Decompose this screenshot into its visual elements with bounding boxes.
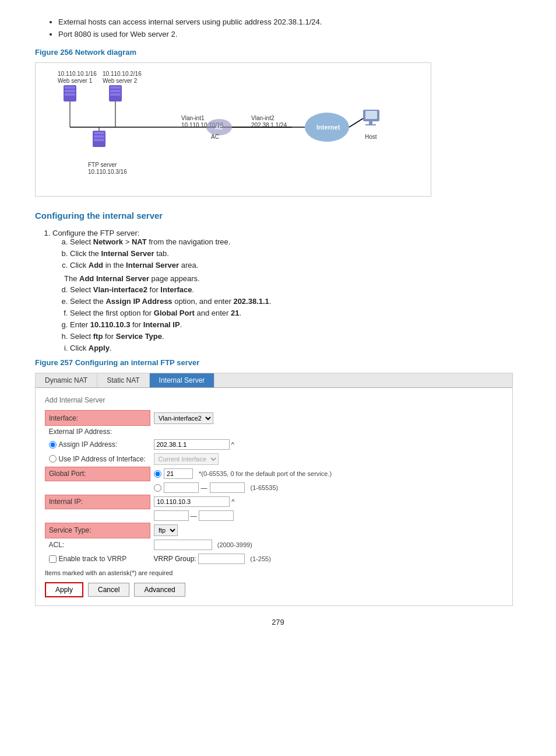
vrrp-label: Enable track to VRRP — [59, 555, 127, 563]
internal-ip-row2: — — [45, 509, 504, 523]
svg-rect-34 — [365, 111, 377, 119]
svg-rect-3 — [65, 86, 75, 89]
assign-ip-value-cell: ^ — [150, 438, 504, 452]
svg-text:Vlan-int1: Vlan-int1 — [181, 115, 205, 121]
svg-rect-20 — [94, 139, 104, 141]
step-d: Select Vlan-interface2 for Interface. — [70, 285, 521, 294]
acl-hint: (2000-3999) — [217, 541, 252, 548]
vrrp-row: Enable track to VRRP VRRP Group: (1-255) — [45, 552, 504, 566]
service-type-cell: ftp — [150, 523, 504, 538]
apply-button[interactable]: Apply — [45, 582, 83, 597]
svg-text:Vlan-int2: Vlan-int2 — [251, 115, 275, 121]
step-1-text: Configure the FTP server: — [52, 229, 139, 237]
global-port-input1[interactable] — [164, 468, 193, 479]
global-port-hint2: (1-65535) — [251, 484, 279, 491]
internal-ip-input2b[interactable] — [199, 510, 234, 521]
internal-ip-row: Internal IP: ^ — [45, 495, 504, 509]
internal-ip-input[interactable] — [154, 496, 230, 507]
required-note: Items marked with an asterisk(*) are req… — [45, 569, 503, 576]
bullet-1: External hosts can access internal serve… — [58, 18, 521, 26]
svg-text:10.110.10.1/16: 10.110.10.1/16 — [58, 71, 97, 77]
vrrp-hint: (1-255) — [250, 555, 270, 562]
step-h: Select ftp for Service Type. — [70, 332, 521, 341]
cancel-button[interactable]: Cancel — [88, 583, 129, 597]
sub-note: The Add Internal Server page appears. — [64, 274, 521, 283]
interface-select[interactable]: Vlan-interface2 — [154, 412, 213, 424]
step-f: Select the first option for Global Port … — [70, 309, 521, 317]
assign-ip-row: Assign IP Address: ^ — [45, 438, 504, 452]
global-port-input2b[interactable] — [210, 482, 245, 493]
svg-rect-4 — [65, 90, 75, 92]
internal-ip-input2a[interactable] — [154, 510, 189, 521]
button-row: Apply Cancel Advanced — [45, 582, 503, 597]
step-e: Select the Assign IP Address option, and… — [70, 297, 521, 306]
diagram-svg: 10.110.10.1/16 Web server 1 10.110.10.2/… — [41, 69, 426, 191]
svg-rect-18 — [94, 132, 104, 134]
global-port-hint1: *(0-65535, 0 for the default port of the… — [199, 470, 332, 477]
acl-label: ACL: — [45, 538, 150, 552]
advanced-button[interactable]: Advanced — [134, 583, 185, 597]
steps-list: Configure the FTP server: Select Network… — [52, 229, 521, 352]
global-port-radio1[interactable] — [154, 470, 161, 478]
acl-input[interactable] — [154, 540, 212, 550]
figure-256-title: Figure 256 Network diagram — [35, 48, 521, 57]
svg-text:Internet: Internet — [316, 124, 340, 131]
svg-rect-35 — [369, 121, 372, 124]
vrrp-group-label: VRRP Group: — [154, 555, 196, 563]
ui-body: Add Internal Server Interface: Vlan-inte… — [36, 388, 512, 606]
global-port-row2: — (1-65535) — [45, 481, 504, 495]
page-number: 279 — [35, 618, 521, 626]
global-port-input2a[interactable] — [164, 482, 199, 493]
svg-rect-36 — [365, 124, 376, 125]
tab-dynamic-nat[interactable]: Dynamic NAT — [36, 373, 97, 387]
internal-ip-cell2: — — [150, 509, 504, 523]
figure-257-title: Figure 257 Configuring an internal FTP s… — [35, 358, 521, 367]
vrrp-checkbox[interactable] — [49, 555, 57, 563]
acl-row: ACL: (2000-3999) — [45, 538, 504, 552]
svg-rect-10 — [110, 86, 121, 89]
tab-internal-server[interactable]: Internal Server — [150, 373, 215, 387]
use-ip-select-cell: Current Interface — [150, 452, 504, 467]
use-ip-row: Use IP Address of Interface: Current Int… — [45, 452, 504, 467]
use-ip-label-cell: Use IP Address of Interface: — [45, 452, 150, 467]
svg-rect-11 — [110, 90, 121, 92]
ui-mockup: Dynamic NAT Static NAT Internal Server A… — [35, 373, 513, 606]
svg-text:Web server 2: Web server 2 — [103, 78, 138, 84]
global-port-cell2: — (1-65535) — [150, 481, 504, 495]
svg-text:AC: AC — [215, 125, 223, 131]
use-ip-radio[interactable] — [49, 455, 57, 463]
svg-text:AC: AC — [211, 134, 219, 140]
vrrp-enable-cell: Enable track to VRRP — [45, 552, 150, 566]
global-port-row1: Global Port: *(0-65535, 0 for the defaul… — [45, 467, 504, 481]
vrrp-group-input[interactable] — [198, 554, 245, 564]
service-type-select[interactable]: ftp — [154, 524, 178, 536]
assign-ip-radio[interactable] — [49, 441, 57, 449]
global-port-cell1: *(0-65535, 0 for the default port of the… — [150, 467, 504, 481]
svg-line-37 — [349, 118, 363, 127]
svg-rect-12 — [110, 93, 121, 96]
step-1: Configure the FTP server: Select Network… — [52, 229, 521, 352]
assign-ip-input[interactable] — [154, 439, 230, 450]
svg-text:Host: Host — [365, 134, 377, 140]
tab-static-nat[interactable]: Static NAT — [97, 373, 149, 387]
network-diagram: 10.110.10.1/16 Web server 1 10.110.10.2/… — [35, 62, 431, 197]
interface-label: Interface: — [45, 411, 150, 426]
step-a: Select Network > NAT from the navigation… — [70, 237, 521, 246]
interface-value-cell: Vlan-interface2 — [150, 411, 504, 426]
step-g: Enter 10.110.10.3 for Internal IP. — [70, 320, 521, 329]
acl-cell: (2000-3999) — [150, 538, 504, 552]
svg-rect-19 — [94, 135, 104, 138]
global-port-radio2[interactable] — [154, 484, 161, 492]
internal-ip-cell: ^ — [150, 495, 504, 509]
alpha-list-2: Select Vlan-interface2 for Interface. Se… — [70, 285, 521, 352]
svg-text:10.110.10.3/16: 10.110.10.3/16 — [88, 169, 127, 175]
vrrp-group-cell: VRRP Group: (1-255) — [150, 552, 504, 566]
interface-row: Interface: Vlan-interface2 — [45, 411, 504, 426]
use-ip-select[interactable]: Current Interface — [154, 453, 219, 465]
service-type-label: Service Type: — [45, 523, 150, 538]
assign-ip-caret: ^ — [231, 441, 234, 448]
svg-rect-5 — [65, 93, 75, 96]
step-b: Click the Internal Server tab. — [70, 249, 521, 258]
svg-text:FTP server: FTP server — [88, 162, 117, 168]
internal-ip-label: Internal IP: — [45, 495, 150, 509]
